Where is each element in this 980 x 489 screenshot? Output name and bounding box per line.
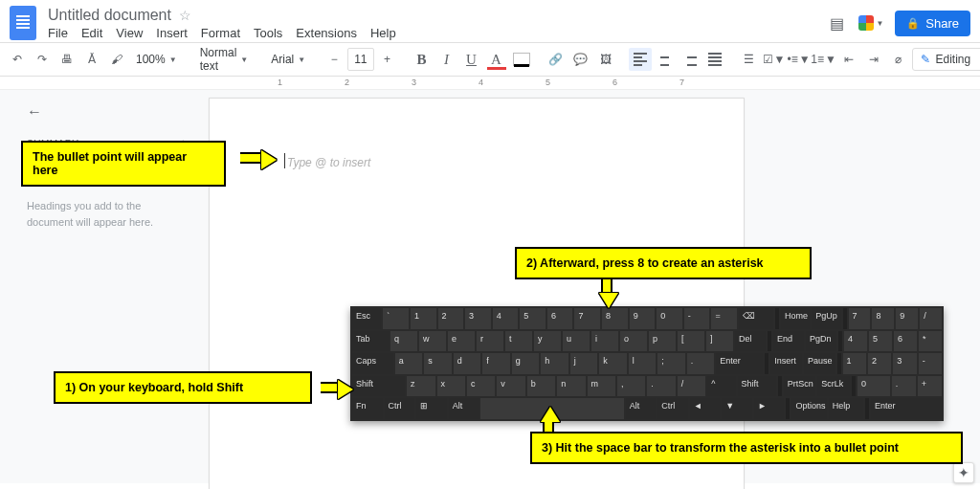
key-pgup[interactable]: PgUp: [812, 308, 840, 329]
key-backspace[interactable]: ⌫: [739, 308, 773, 329]
bold-button[interactable]: B: [411, 48, 434, 71]
star-icon[interactable]: ☆: [179, 8, 191, 23]
align-left-icon[interactable]: [629, 48, 652, 71]
key-grave[interactable]: `: [383, 308, 409, 329]
zoom-dropdown[interactable]: 100%▼: [130, 48, 183, 71]
align-right-icon[interactable]: [679, 48, 702, 71]
key-enter[interactable]: Enter: [716, 353, 763, 374]
menu-format[interactable]: Format: [201, 26, 240, 40]
font-size-input[interactable]: 11: [347, 48, 373, 71]
share-button[interactable]: 🔒Share: [895, 11, 970, 36]
key-num7[interactable]: 7: [849, 308, 871, 329]
decrease-indent-icon[interactable]: ⇤: [837, 48, 860, 71]
key-shift-left[interactable]: Shift: [352, 376, 405, 397]
menu-edit[interactable]: Edit: [81, 26, 102, 40]
key-8[interactable]: 8: [602, 308, 628, 329]
style-dropdown[interactable]: Normal text▼: [194, 48, 255, 71]
key-e[interactable]: e: [448, 331, 475, 352]
key-q[interactable]: q: [390, 331, 417, 352]
key-numdot[interactable]: .: [892, 376, 916, 397]
key-p[interactable]: p: [649, 331, 676, 352]
key-n[interactable]: n: [557, 376, 585, 397]
key-arrow-left[interactable]: ◄: [690, 398, 721, 419]
key-b[interactable]: b: [527, 376, 555, 397]
key-numenter[interactable]: Enter: [871, 398, 942, 419]
key-num2[interactable]: 2: [868, 353, 891, 374]
key-numstar[interactable]: *: [919, 331, 942, 352]
key-options[interactable]: Options: [791, 398, 826, 419]
underline-button[interactable]: U: [460, 48, 483, 71]
key-alt-right[interactable]: Alt: [626, 398, 657, 419]
key-j[interactable]: j: [570, 353, 598, 374]
key-w[interactable]: w: [419, 331, 446, 352]
paint-format-icon[interactable]: 🖌: [105, 48, 128, 71]
font-size-decrease[interactable]: −: [323, 48, 345, 71]
menu-file[interactable]: File: [48, 26, 68, 40]
highlight-button[interactable]: [510, 48, 533, 71]
key-num5[interactable]: 5: [869, 331, 892, 352]
increase-indent-icon[interactable]: ⇥: [862, 48, 885, 71]
line-spacing-icon[interactable]: ☰: [738, 48, 761, 71]
key-esc[interactable]: Esc: [352, 308, 381, 329]
key-m[interactable]: m: [588, 376, 615, 397]
meet-button[interactable]: ▼: [858, 15, 883, 31]
key-caps[interactable]: Caps: [352, 353, 393, 374]
key-num1[interactable]: 1: [843, 353, 866, 374]
key-arrow-right[interactable]: ►: [754, 398, 785, 419]
key-6[interactable]: 6: [547, 308, 573, 329]
key-del[interactable]: Del: [735, 331, 766, 352]
key-tab[interactable]: Tab: [352, 331, 389, 352]
key-o[interactable]: o: [620, 331, 647, 352]
checklist-icon[interactable]: ☑▼: [763, 48, 786, 71]
key-s[interactable]: s: [424, 353, 452, 374]
key-a[interactable]: a: [395, 353, 423, 374]
key-pause[interactable]: Pause: [804, 353, 835, 374]
key-ctrl-right[interactable]: Ctrl: [657, 398, 688, 419]
key-v[interactable]: v: [497, 376, 524, 397]
key-num0[interactable]: 0: [858, 376, 890, 397]
print-icon[interactable]: 🖶: [56, 48, 78, 71]
key-scrlk[interactable]: ScrLk: [817, 376, 850, 397]
key-shift-right[interactable]: Shift: [738, 376, 776, 397]
key-fn[interactable]: Fn: [352, 398, 383, 419]
key-t[interactable]: t: [505, 331, 532, 352]
key-ctrl-left[interactable]: Ctrl: [385, 398, 415, 419]
key-g[interactable]: g: [512, 353, 540, 374]
key-equal[interactable]: =: [711, 308, 737, 329]
key-x[interactable]: x: [437, 376, 465, 397]
key-5[interactable]: 5: [520, 308, 546, 329]
key-f[interactable]: f: [482, 353, 510, 374]
align-justify-icon[interactable]: [703, 48, 726, 71]
key-lbracket[interactable]: [: [678, 331, 704, 352]
key-num3[interactable]: 3: [893, 353, 916, 374]
key-end[interactable]: End: [773, 331, 804, 352]
key-l[interactable]: l: [629, 353, 657, 374]
key-y[interactable]: y: [534, 331, 561, 352]
insert-comment-icon[interactable]: 💬: [569, 48, 592, 71]
menu-view[interactable]: View: [116, 26, 143, 40]
key-numslash[interactable]: /: [920, 308, 942, 329]
insert-image-icon[interactable]: 🖼: [594, 48, 617, 71]
menu-insert[interactable]: Insert: [156, 26, 188, 40]
undo-icon[interactable]: ↶: [6, 48, 29, 71]
key-arrow-down[interactable]: ▼: [722, 398, 752, 419]
clear-format-icon[interactable]: ⌀: [887, 48, 910, 71]
font-size-increase[interactable]: +: [376, 48, 399, 71]
font-dropdown[interactable]: Arial▼: [265, 48, 311, 71]
key-num9[interactable]: 9: [896, 308, 918, 329]
menu-extensions[interactable]: Extensions: [296, 26, 357, 40]
text-color-button[interactable]: A: [485, 48, 508, 71]
insert-link-icon[interactable]: 🔗: [545, 48, 568, 71]
align-center-icon[interactable]: [654, 48, 677, 71]
ruler[interactable]: 1 2 3 4 5 6 7: [0, 77, 980, 90]
key-z[interactable]: z: [407, 376, 434, 397]
menu-help[interactable]: Help: [370, 26, 396, 40]
key-c[interactable]: c: [467, 376, 495, 397]
key-u[interactable]: u: [563, 331, 590, 352]
key-alt-left[interactable]: Alt: [449, 398, 479, 419]
key-numplus[interactable]: +: [918, 376, 942, 397]
spellcheck-icon[interactable]: Ǎ: [80, 48, 103, 71]
key-0[interactable]: 0: [657, 308, 682, 329]
key-period[interactable]: .: [647, 376, 675, 397]
key-slash[interactable]: /: [678, 376, 705, 397]
